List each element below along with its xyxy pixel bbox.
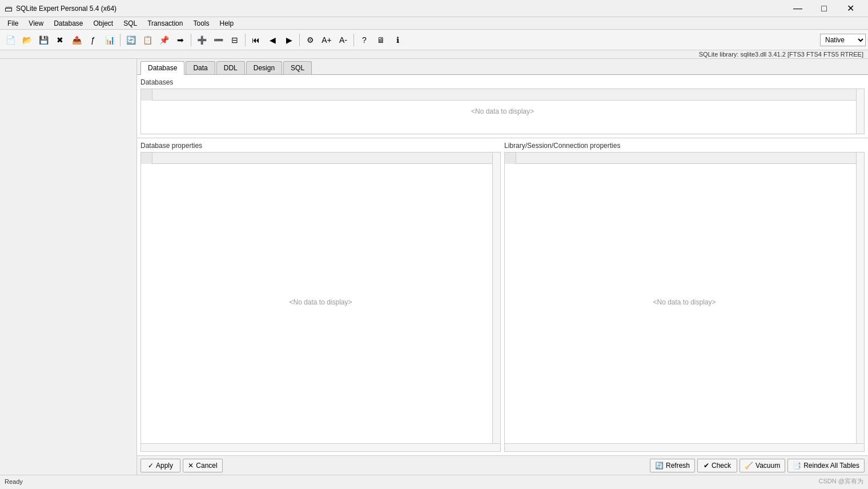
tab-database[interactable]: Database: [140, 61, 184, 75]
new-db-button[interactable]: 📄: [2, 32, 18, 48]
menu-item-object[interactable]: Object: [89, 18, 119, 29]
paste-table-button[interactable]: 📌: [156, 32, 172, 48]
settings-button[interactable]: ⚙: [302, 32, 318, 48]
split-button[interactable]: ⊟: [227, 32, 243, 48]
db-properties-section: Database properties <No data to display>: [140, 142, 501, 452]
databases-section: Databases <No data to display>: [137, 75, 868, 138]
dbprop-grid-corner: [141, 153, 152, 164]
app-title: SQLite Expert Personal 5.4 (x64): [16, 5, 116, 13]
delete-row-button[interactable]: ➖: [210, 32, 226, 48]
db-properties-grid: <No data to display>: [140, 152, 501, 452]
db-scroll-v[interactable]: [856, 89, 864, 134]
cancel-button[interactable]: ✕ Cancel: [183, 459, 223, 472]
save-db-button[interactable]: 💾: [35, 32, 51, 48]
sep3: [245, 34, 246, 46]
right-panel: DatabaseDataDDLDesignSQL Databases <No d…: [137, 59, 868, 475]
move-button[interactable]: ➡: [172, 32, 188, 48]
tab-ddl[interactable]: DDL: [216, 61, 245, 74]
native-area: Native: [820, 34, 866, 46]
menu-item-database[interactable]: Database: [49, 18, 88, 29]
close-button[interactable]: ✕: [837, 0, 863, 17]
add-row-button[interactable]: ➕: [194, 32, 210, 48]
close-db-button[interactable]: ✖: [52, 32, 68, 48]
cancel-icon: ✕: [188, 462, 194, 470]
titlebar: 🗃 SQLite Expert Personal 5.4 (x64) — □ ✕: [0, 0, 868, 17]
lib-properties-section: Library/Session/Connection properties <N…: [504, 142, 865, 452]
titlebar-controls: — □ ✕: [785, 0, 863, 17]
refresh-icon: 🔄: [655, 462, 664, 470]
libprop-grid-header: [505, 153, 864, 164]
content-area: Databases <No data to display> Database …: [137, 75, 868, 455]
check-label: Check: [712, 462, 731, 470]
right-action-group: 🔄 Refresh ✔ Check 🧹 Vacuum 📑 Reindex All…: [650, 459, 865, 472]
menu-item-view[interactable]: View: [23, 18, 49, 29]
menubar: FileViewDatabaseObjectSQLTransactionTool…: [0, 17, 868, 30]
theme-button[interactable]: 🖥: [373, 32, 389, 48]
check-button[interactable]: ✔ Check: [697, 459, 737, 472]
db-properties-label: Database properties: [140, 142, 501, 150]
cancel-label: Cancel: [196, 462, 217, 470]
db-grid-corner: [141, 89, 152, 101]
databases-grid: <No data to display>: [140, 89, 865, 134]
sep2: [191, 34, 191, 46]
status-bar-top: SQLite library: sqlite3.dll 3.41.2 [FTS3…: [0, 50, 868, 59]
app-icon: 🗃: [5, 4, 13, 13]
tab-sql[interactable]: SQL: [283, 61, 312, 74]
status-left: Ready: [5, 478, 23, 485]
apply-label: Apply: [156, 462, 173, 470]
reindex-button[interactable]: 📑 Reindex All Tables: [787, 459, 865, 472]
minimize-button[interactable]: —: [785, 0, 811, 17]
tabs-bar: DatabaseDataDDLDesignSQL: [137, 59, 868, 75]
function-button[interactable]: ƒ: [85, 32, 101, 48]
main-container: DatabaseDataDDLDesignSQL Databases <No d…: [0, 59, 868, 475]
libprop-scroll-h[interactable]: [505, 443, 864, 451]
reindex-icon: 📑: [793, 462, 801, 470]
libprop-grid-corner: [505, 153, 516, 164]
font-smaller-button[interactable]: A-: [335, 32, 351, 48]
check-icon: ✔: [704, 462, 709, 470]
status-right: CSDN @宾有为: [819, 477, 863, 486]
menu-item-sql[interactable]: SQL: [118, 18, 142, 29]
tab-data[interactable]: Data: [186, 61, 215, 74]
dbprop-scroll-h[interactable]: [141, 443, 500, 451]
apply-icon: ✓: [148, 462, 154, 470]
left-panel: [0, 59, 137, 475]
open-db-button[interactable]: 📂: [19, 32, 35, 48]
toolbar: 📄📂💾✖📤ƒ📊🔄📋📌➡➕➖⊟⏮◀▶⚙A+A-?🖥ℹ Native: [0, 30, 868, 50]
libprop-scroll-v[interactable]: [856, 153, 864, 451]
dbprop-grid-header: [141, 153, 500, 164]
titlebar-left: 🗃 SQLite Expert Personal 5.4 (x64): [5, 4, 116, 13]
menu-item-transaction[interactable]: Transaction: [142, 18, 188, 29]
lib-properties-label: Library/Session/Connection properties: [504, 142, 865, 150]
db-grid-header: [141, 89, 864, 101]
export-button[interactable]: 📤: [69, 32, 85, 48]
lib-properties-grid: <No data to display>: [504, 152, 865, 452]
reindex-label: Reindex All Tables: [803, 462, 859, 470]
copy-table-button[interactable]: 📋: [139, 32, 155, 48]
menu-item-file[interactable]: File: [2, 18, 23, 29]
refresh-button[interactable]: 🔄 Refresh: [650, 459, 695, 472]
help-button[interactable]: ?: [356, 32, 372, 48]
refresh-label: Refresh: [666, 462, 690, 470]
menu-item-help[interactable]: Help: [214, 18, 239, 29]
vacuum-button[interactable]: 🧹 Vacuum: [740, 459, 785, 472]
tab-design[interactable]: Design: [246, 61, 282, 74]
native-select[interactable]: Native: [820, 34, 866, 46]
refresh-view-button[interactable]: 🔄: [123, 32, 139, 48]
dbprop-no-data: <No data to display>: [289, 298, 352, 306]
dbprop-scroll-v[interactable]: [492, 153, 500, 451]
nav-first-button[interactable]: ⏮: [248, 32, 264, 48]
excel-button[interactable]: 📊: [102, 32, 118, 48]
vacuum-icon: 🧹: [745, 462, 753, 470]
bottom-bar: ✓ Apply ✕ Cancel 🔄 Refresh ✔ Check 🧹 Vac…: [137, 455, 868, 475]
apply-button[interactable]: ✓ Apply: [140, 459, 180, 472]
info-button[interactable]: ℹ: [389, 32, 405, 48]
menu-item-tools[interactable]: Tools: [188, 18, 214, 29]
nav-next-button[interactable]: ▶: [281, 32, 297, 48]
db-no-data: <No data to display>: [471, 107, 534, 115]
maximize-button[interactable]: □: [811, 0, 837, 17]
nav-prev-button[interactable]: ◀: [264, 32, 280, 48]
font-larger-button[interactable]: A+: [319, 32, 335, 48]
databases-label: Databases: [140, 78, 865, 86]
sep1: [120, 34, 120, 46]
